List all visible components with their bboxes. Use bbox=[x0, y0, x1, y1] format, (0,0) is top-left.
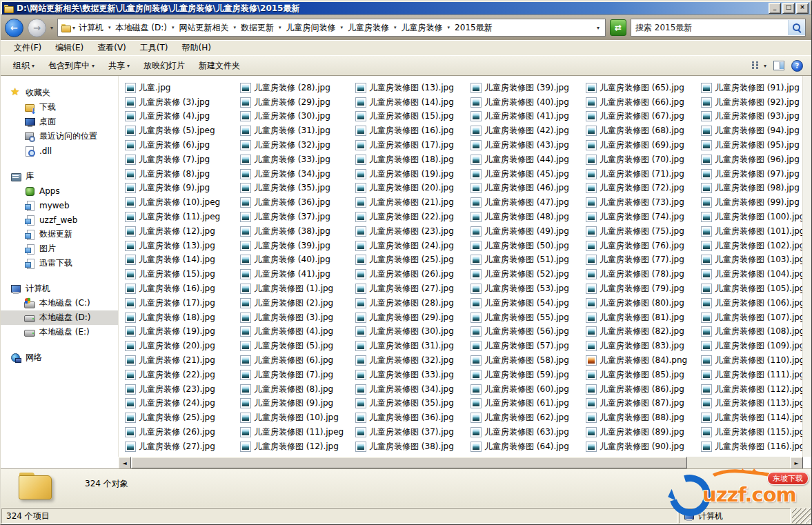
file-item[interactable]: 儿童房装修图 (53).jpg bbox=[467, 281, 582, 296]
file-item[interactable]: 儿童房装修图 (17).jpg bbox=[352, 138, 467, 152]
file-item[interactable]: 儿童房装修图 (70).jpg bbox=[582, 152, 697, 167]
file-item[interactable]: 儿童房装修图 (33).jpg bbox=[352, 368, 467, 382]
file-item[interactable]: 儿童房装修图 (52).jpg bbox=[467, 267, 582, 281]
file-item[interactable]: 儿童房装修图 (74).jpg bbox=[582, 210, 697, 224]
file-item[interactable]: 儿童房装修图 (37).jpg bbox=[352, 425, 467, 439]
file-item[interactable]: 儿童房装修图 (8).jpg bbox=[237, 382, 352, 397]
file-item[interactable]: 儿童房装修图 (107).jpg bbox=[697, 310, 803, 325]
sidebar-item[interactable]: 本地磁盘 (C:) bbox=[1, 296, 118, 310]
file-item[interactable]: 儿童房装修 (17).jpg bbox=[121, 296, 237, 310]
file-item[interactable]: 儿童房装修图 (82).jpg bbox=[582, 325, 697, 339]
file-item[interactable]: 儿童房装修图 (87).jpg bbox=[582, 397, 697, 411]
file-item[interactable]: 儿童房装修图 (23).jpg bbox=[352, 224, 467, 239]
menu-item[interactable]: 编辑(E) bbox=[49, 41, 90, 55]
file-item[interactable]: 儿童房装修图 (18).jpg bbox=[352, 152, 467, 167]
help-button[interactable]: ? bbox=[791, 60, 803, 72]
file-item[interactable]: 儿童房装修图 (63).jpg bbox=[467, 425, 582, 439]
file-item[interactable]: 儿童房装修图 (66).jpg bbox=[582, 95, 697, 110]
file-item[interactable]: 儿童房装修 (27).jpg bbox=[121, 439, 237, 454]
file-item[interactable]: 儿童房装修 (8).jpg bbox=[121, 167, 237, 181]
file-item[interactable]: 儿童房装修图 (95).jpg bbox=[697, 138, 803, 152]
file-item[interactable]: 儿童房装修图 (34).jpg bbox=[352, 382, 467, 397]
file-item[interactable]: 儿童房装修图 (22).jpg bbox=[352, 210, 467, 224]
file-item[interactable]: 儿童房装修图 (41).jpg bbox=[467, 110, 582, 124]
breadcrumb-segment[interactable]: 儿童房装修 bbox=[399, 21, 445, 35]
file-item[interactable]: 儿童房装修图 (10).jpg bbox=[237, 410, 352, 425]
file-item[interactable]: 儿童房装修图 (105).jpg bbox=[697, 281, 803, 296]
file-item[interactable]: 儿童房装修 (35).jpg bbox=[237, 181, 352, 196]
file-item[interactable]: 儿童房装修图 (111).jpg bbox=[697, 368, 803, 382]
file-item[interactable]: 儿童房装修图 (109).jpg bbox=[697, 339, 803, 353]
breadcrumb-separator-icon[interactable]: ▾ bbox=[391, 25, 399, 30]
file-item[interactable]: 儿童房装修图 (4).jpg bbox=[237, 325, 352, 339]
file-item[interactable]: 儿童房装修图 (40).jpg bbox=[467, 95, 582, 110]
scroll-left-button[interactable]: ◄ bbox=[118, 457, 131, 468]
sidebar-item[interactable]: 最近访问的位置 bbox=[1, 129, 118, 143]
address-history-chevron-icon[interactable]: ▾ bbox=[594, 25, 602, 31]
sidebar-group-header[interactable]: 网络 bbox=[1, 350, 118, 365]
file-item[interactable]: 儿童房装修 (23).jpg bbox=[121, 382, 237, 397]
file-item[interactable]: 儿童房装修图 (76).jpg bbox=[582, 239, 697, 253]
file-item[interactable]: 儿童房装修图 (77).jpg bbox=[582, 253, 697, 268]
breadcrumb-separator-icon[interactable]: ▾ bbox=[445, 25, 453, 30]
file-item[interactable]: 儿童房装修 (29).jpg bbox=[237, 95, 352, 110]
file-item[interactable]: 儿童房装修图 (84).png bbox=[582, 353, 697, 368]
breadcrumb-segment[interactable]: 2015最新 bbox=[453, 21, 495, 35]
file-item[interactable]: 儿童房装修图 (31).jpg bbox=[352, 339, 467, 353]
file-item[interactable]: 儿童房装修图 (16).jpg bbox=[352, 123, 467, 138]
file-item[interactable]: 儿童房装修图 (5).jpg bbox=[237, 339, 352, 353]
file-item[interactable]: 儿童房装修图 (62).jpg bbox=[467, 410, 582, 425]
file-item[interactable]: 儿童房装修图 (91).jpg bbox=[697, 81, 803, 95]
file-item[interactable]: 儿童房装修图 (15).jpg bbox=[352, 110, 467, 124]
sidebar-item[interactable]: Apps bbox=[1, 184, 118, 198]
breadcrumb-segment[interactable]: 数据更新 bbox=[239, 21, 276, 35]
scroll-track[interactable] bbox=[687, 457, 790, 468]
scroll-thumb[interactable] bbox=[131, 457, 687, 468]
breadcrumb-segment[interactable]: 本地磁盘 (D:) bbox=[114, 21, 169, 35]
file-item[interactable]: 儿童房装修图 (29).jpg bbox=[352, 310, 467, 325]
search-input[interactable] bbox=[631, 21, 788, 34]
file-item[interactable]: 儿童房装修图 (54).jpg bbox=[467, 296, 582, 310]
file-item[interactable]: 儿童.jpg bbox=[121, 81, 237, 95]
file-item[interactable]: 儿童房装修 (24).jpg bbox=[121, 397, 237, 411]
sidebar-group-header[interactable]: 收藏夹 bbox=[1, 86, 118, 100]
file-item[interactable]: 儿童房装修图 (58).jpg bbox=[467, 353, 582, 368]
file-item[interactable]: 儿童房装修图 (108).jpg bbox=[697, 325, 803, 339]
file-item[interactable]: 儿童房装修图 (71).jpg bbox=[582, 167, 697, 181]
file-item[interactable]: 儿童房装修图 (35).jpg bbox=[352, 397, 467, 411]
file-item[interactable]: 儿童房装修 (12).jpg bbox=[121, 224, 237, 239]
file-item[interactable]: 儿童房装修图 (106).jpg bbox=[697, 296, 803, 310]
file-item[interactable]: 儿童房装修图 (67).jpg bbox=[582, 110, 697, 124]
file-item[interactable]: 儿童房装修 (31).jpg bbox=[237, 123, 352, 138]
file-item[interactable]: 儿童房装修图 (96).jpg bbox=[697, 152, 803, 167]
file-item[interactable]: 儿童房装修图 (27).jpg bbox=[352, 281, 467, 296]
file-item[interactable]: 儿童房装修图 (13).jpg bbox=[352, 81, 467, 95]
breadcrumb-separator-icon[interactable]: ▾ bbox=[169, 25, 177, 30]
file-item[interactable]: 儿童房装修 (19).jpg bbox=[121, 325, 237, 339]
file-item[interactable]: 儿童房装修 (20).jpg bbox=[121, 339, 237, 353]
file-item[interactable]: 儿童房装修图 (24).jpg bbox=[352, 239, 467, 253]
sidebar-item[interactable]: uzzf_web bbox=[1, 212, 118, 227]
file-item[interactable]: 儿童房装修图 (46).jpg bbox=[467, 181, 582, 196]
breadcrumb-separator-icon[interactable]: ▾ bbox=[231, 25, 239, 30]
file-item[interactable]: 儿童房装修图 (49).jpg bbox=[467, 224, 582, 239]
file-item[interactable]: 儿童房装修 (5).jpeg bbox=[121, 123, 237, 138]
file-item[interactable]: 儿童房装修图 (61).jpg bbox=[467, 397, 582, 411]
maximize-button[interactable]: □ bbox=[782, 3, 795, 14]
address-folder-icon[interactable] bbox=[61, 23, 71, 32]
breadcrumb-separator-icon[interactable]: ▾ bbox=[106, 25, 114, 30]
file-item[interactable]: 儿童房装修 (7).jpg bbox=[121, 152, 237, 167]
file-item[interactable]: 儿童房装修图 (88).jpg bbox=[582, 410, 697, 425]
file-item[interactable]: 儿童房装修图 (68).jpg bbox=[582, 123, 697, 138]
file-item[interactable]: 儿童房装修图 (28).jpg bbox=[352, 296, 467, 310]
sidebar-item[interactable]: 数据更新 bbox=[1, 227, 118, 241]
file-item[interactable]: 儿童房装修图 (51).jpg bbox=[467, 253, 582, 268]
file-item[interactable]: 儿童房装修图 (25).jpg bbox=[352, 253, 467, 268]
file-item[interactable]: 儿童房装修 (25).jpg bbox=[121, 410, 237, 425]
file-item[interactable]: 儿童房装修 (38).jpg bbox=[237, 224, 352, 239]
address-bar[interactable]: ▾ 计算机▾本地磁盘 (D:)▾网站更新相关▾数据更新▾儿童房间装修▾儿童房装修… bbox=[57, 19, 606, 37]
file-item[interactable]: 儿童房装修图 (19).jpg bbox=[352, 167, 467, 181]
file-item[interactable]: 儿童房装修图 (39).jpg bbox=[467, 81, 582, 95]
file-item[interactable]: 儿童房装修 (40).jpg bbox=[237, 253, 352, 268]
file-item[interactable]: 儿童房装修 (3).jpg bbox=[121, 95, 237, 110]
